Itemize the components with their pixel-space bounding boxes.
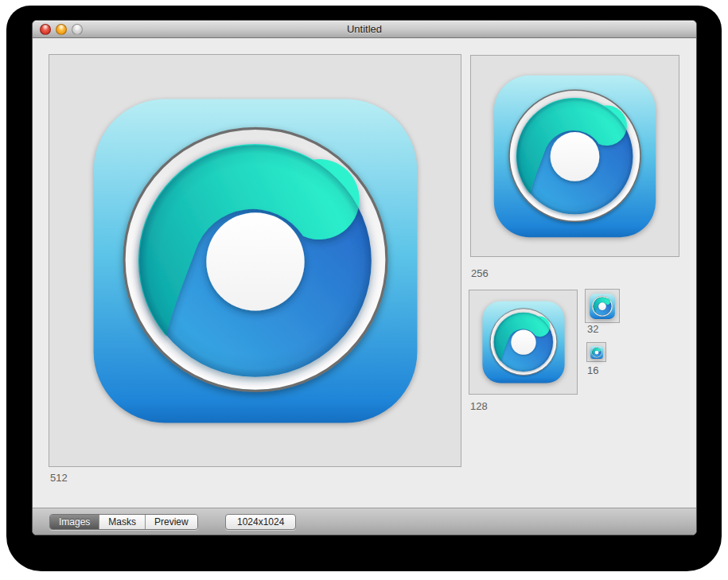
preview-box-16[interactable]: [586, 342, 606, 362]
tab-images[interactable]: Images: [50, 515, 99, 529]
tab-preview[interactable]: Preview: [145, 515, 197, 529]
app-window: Untitled 512 256 128 32 16: [32, 20, 697, 535]
preview-box-512[interactable]: [49, 54, 461, 467]
app-icon-32: [590, 294, 615, 319]
size-label-256: 256: [471, 267, 489, 279]
tab-masks[interactable]: Masks: [99, 515, 145, 529]
size-label-512: 512: [50, 472, 68, 484]
preview-box-256[interactable]: [470, 55, 679, 257]
app-icon-512: [92, 98, 419, 424]
preview-box-32[interactable]: [585, 289, 620, 323]
app-icon-256: [493, 75, 656, 238]
app-icon-16: [590, 346, 603, 359]
icon-previews-area: 512 256 128 32 16: [33, 38, 696, 508]
screenshot-stage: Untitled 512 256 128 32 16: [0, 0, 728, 580]
bottom-toolbar: Images Masks Preview 1024x1024: [33, 508, 696, 535]
preview-box-128[interactable]: [469, 290, 578, 395]
size-label-16: 16: [587, 364, 598, 376]
size-label-32: 32: [587, 323, 598, 335]
view-segmented-control: Images Masks Preview: [49, 514, 198, 530]
size-1024-button[interactable]: 1024x1024: [225, 514, 296, 530]
size-label-128: 128: [470, 400, 488, 412]
titlebar: Untitled: [33, 21, 696, 38]
window-title: Untitled: [33, 23, 696, 35]
app-icon-128: [482, 301, 565, 383]
